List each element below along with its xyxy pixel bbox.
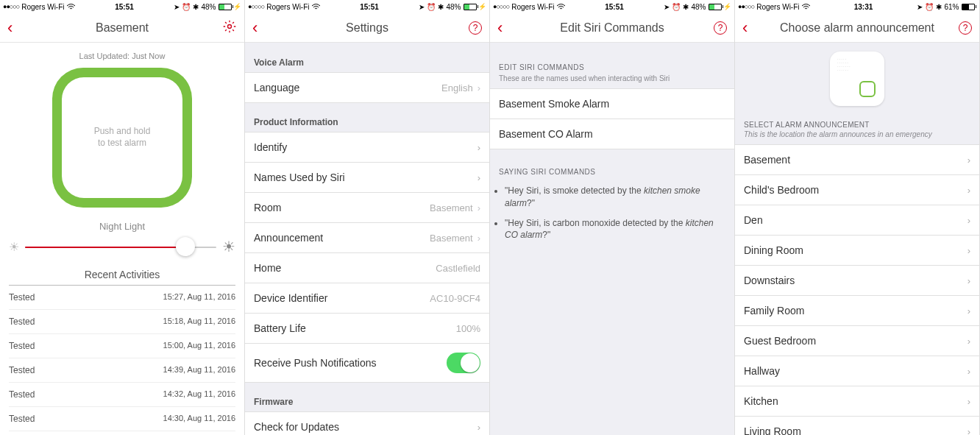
- check-updates-cell[interactable]: Check for Updates›: [245, 411, 489, 435]
- chevron-right-icon: ›: [967, 305, 970, 316]
- cell-label: Device Identifier: [254, 292, 327, 304]
- edit-siri-heading: EDIT SIRI COMMANDS: [490, 43, 734, 74]
- activity-time: 15:27, Aug 11, 2016: [163, 292, 235, 303]
- language-cell[interactable]: Language English›: [245, 72, 489, 103]
- chevron-right-icon: ›: [967, 396, 970, 407]
- room-cell[interactable]: Guest Bedroom›: [735, 325, 979, 356]
- identify-cell[interactable]: Identify›: [245, 132, 489, 163]
- clock-label: 15:51: [360, 3, 379, 11]
- location-icon: ➤: [419, 3, 425, 11]
- siri-command-cell[interactable]: Basement Smoke Alarm: [490, 88, 734, 119]
- activity-time: 15:18, Aug 11, 2016: [163, 316, 235, 327]
- room-cell[interactable]: Hallway›: [735, 356, 979, 386]
- chevron-right-icon: ›: [967, 336, 970, 347]
- cell-label: Language: [254, 82, 299, 93]
- cell-label: Home: [254, 262, 281, 274]
- announcement-cell[interactable]: AnnouncementBasement›: [245, 222, 489, 253]
- help-button[interactable]: ?: [959, 21, 972, 35]
- nav-bar: ‹ Settings ?: [245, 13, 489, 43]
- cell-label: Family Room: [744, 305, 804, 316]
- signal-dots-icon: ●●○○○: [3, 3, 19, 10]
- alarm-icon: ⏰: [427, 3, 436, 11]
- svg-point-0: [228, 25, 232, 29]
- siri-example: "Hey Siri, is smoke detected by the kitc…: [505, 185, 720, 210]
- chevron-right-icon: ›: [477, 202, 480, 213]
- help-button[interactable]: ?: [469, 21, 482, 35]
- test-alarm-button[interactable]: Push and hold to test alarm: [52, 68, 192, 208]
- room-cell[interactable]: Den›: [735, 205, 979, 236]
- clock-label: 13:31: [854, 3, 873, 11]
- cell-label: Room: [254, 202, 281, 213]
- siri-command-cell[interactable]: Basement CO Alarm: [490, 119, 734, 149]
- back-button[interactable]: ‹: [497, 18, 503, 38]
- carrier-label: Rogers Wi-Fi: [266, 3, 309, 11]
- alarm-icon: ⏰: [672, 3, 681, 11]
- cell-value: Castlefield: [436, 263, 480, 274]
- device-illustration: ∙∙∙∙∙∙∙∙∙∙∙∙∙∙∙∙∙∙∙∙∙∙∙∙: [830, 52, 884, 106]
- cell-value: Basement: [430, 202, 473, 213]
- activity-label: Tested: [9, 414, 35, 424]
- device-screen: ●●○○○ Rogers Wi-Fi 15:51 ➤ ⏰ ✱ 48% ⚡ ‹ B…: [0, 0, 245, 435]
- cell-label: Basement CO Alarm: [499, 128, 593, 140]
- siri-names-cell[interactable]: Names Used by Siri›: [245, 162, 489, 193]
- back-button[interactable]: ‹: [252, 18, 258, 38]
- cell-value: English: [441, 82, 473, 93]
- location-icon: ➤: [174, 3, 180, 11]
- cell-label: Living Room: [744, 425, 801, 435]
- signal-dots-icon: ●●○○○: [738, 3, 754, 10]
- chevron-right-icon: ›: [477, 142, 480, 153]
- saying-siri-heading: SAYING SIRI COMMANDS: [490, 149, 734, 179]
- activity-row: Tested15:18, Aug 11, 2016: [9, 310, 235, 334]
- chevron-right-icon: ›: [967, 155, 970, 166]
- section-product-info: Product Information: [245, 102, 489, 132]
- cell-label: Names Used by Siri: [254, 171, 345, 183]
- bluetooth-icon: ✱: [683, 3, 689, 11]
- recent-activities-heading: Recent Activities: [85, 269, 160, 280]
- location-icon: ➤: [664, 3, 670, 11]
- room-cell[interactable]: Family Room›: [735, 295, 979, 326]
- activity-row: Tested14:39, Aug 11, 2016: [9, 358, 235, 383]
- room-cell[interactable]: Kitchen›: [735, 386, 979, 417]
- room-cell[interactable]: RoomBasement›: [245, 192, 489, 223]
- room-cell[interactable]: Living Room›: [735, 416, 979, 435]
- room-cell[interactable]: Basement›: [735, 144, 979, 175]
- room-cell[interactable]: Child's Bedroom›: [735, 174, 979, 205]
- battery-icon: ⚡: [709, 3, 732, 10]
- activity-label: Tested: [9, 292, 35, 303]
- alarm-icon: ⏰: [925, 3, 934, 11]
- night-light-slider[interactable]: [25, 238, 216, 255]
- cell-label: Check for Updates: [254, 421, 339, 433]
- help-button[interactable]: ?: [714, 21, 727, 35]
- chevron-right-icon: ›: [967, 366, 970, 377]
- gear-icon: [222, 19, 237, 34]
- room-cell[interactable]: Dining Room›: [735, 235, 979, 266]
- chevron-right-icon: ›: [477, 422, 480, 433]
- choose-announcement-screen: ●●○○○Rogers Wi-Fi 13:31 ➤⏰✱61% ‹ Choose …: [735, 0, 980, 435]
- cell-label: Basement: [744, 154, 790, 166]
- siri-examples-list: "Hey Siri, is smoke detected by the kitc…: [490, 179, 734, 255]
- back-button[interactable]: ‹: [7, 18, 13, 38]
- room-cell[interactable]: Downstairs›: [735, 265, 979, 296]
- cell-value: AC10-9CF4: [430, 293, 480, 304]
- cell-label: Downstairs: [744, 275, 795, 286]
- cell-label: Basement Smoke Alarm: [499, 98, 609, 110]
- chevron-right-icon: ›: [967, 426, 970, 436]
- cell-label: Kitchen: [744, 395, 778, 407]
- location-icon: ➤: [917, 3, 923, 11]
- push-notif-switch[interactable]: [447, 353, 480, 373]
- push-notif-cell: Receive Push Notifications: [245, 343, 489, 383]
- activity-label: Tested: [9, 365, 35, 375]
- page-title: Edit Siri Commands: [490, 21, 734, 35]
- activity-label: Tested: [9, 316, 35, 327]
- siri-example: "Hey Siri, is carbon monoxide detected b…: [505, 217, 720, 242]
- chevron-right-icon: ›: [967, 275, 970, 286]
- back-button[interactable]: ‹: [742, 18, 748, 38]
- settings-button[interactable]: [222, 19, 237, 36]
- last-updated-label: Last Updated: Just Now: [79, 52, 166, 60]
- cell-label: Den: [744, 214, 763, 226]
- cell-label: Announcement: [254, 232, 323, 244]
- select-announcement-heading: SELECT ALARM ANNOUNCEMENT: [735, 110, 979, 130]
- activity-row: Tested15:00, Aug 11, 2016: [9, 334, 235, 358]
- cell-label: Identify: [254, 141, 287, 153]
- cell-label: Dining Room: [744, 244, 803, 256]
